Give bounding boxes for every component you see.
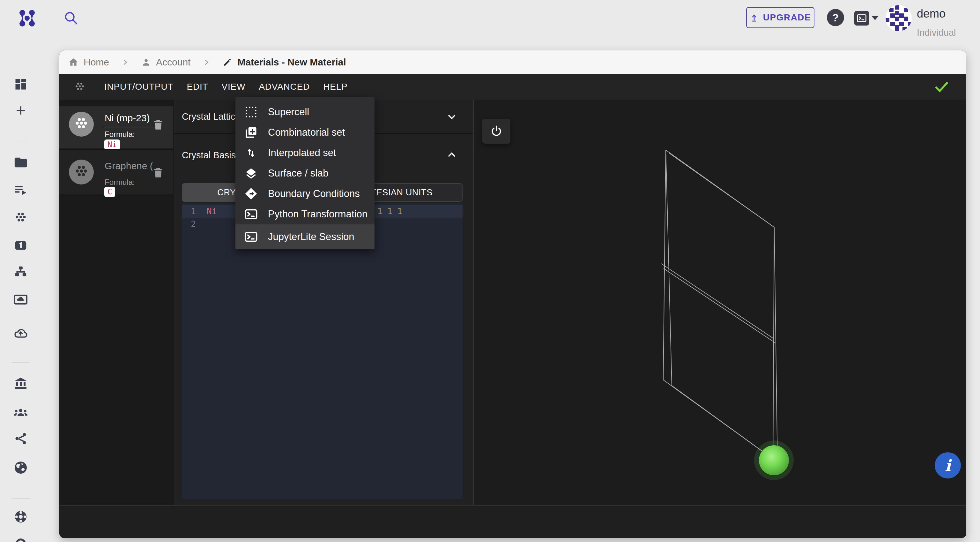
person-icon[interactable]: [141, 57, 151, 67]
workspace: Ni (mp-23) Formula: Ni Graphene (…: [59, 100, 966, 505]
upgrade-button[interactable]: UPGRADE: [746, 7, 815, 28]
library-add-icon: [244, 126, 258, 139]
menu-item-combinatorial-set[interactable]: Combinatorial set: [235, 122, 374, 143]
caret-down-icon[interactable]: [872, 16, 878, 20]
menubar: INPUT/OUTPUT EDIT VIEW ADVANCED HELP: [59, 74, 966, 100]
avatar[interactable]: [886, 5, 912, 31]
chevron-up-icon[interactable]: [445, 149, 458, 161]
formula-label: Formula:: [105, 178, 135, 187]
swap-vert-icon: [244, 147, 258, 159]
sidebar-divider: [11, 498, 30, 499]
card-footer: [59, 505, 966, 538]
viewer-3d[interactable]: i: [474, 100, 966, 505]
headset-icon[interactable]: [13, 537, 29, 542]
material-item-graphene[interactable]: Graphene (… Formula: C: [59, 149, 173, 194]
menu-item-supercell[interactable]: Supercell: [235, 102, 374, 122]
user-plan: Individual: [917, 27, 956, 38]
menu-view[interactable]: VIEW: [221, 82, 245, 92]
globe-icon[interactable]: [13, 460, 29, 475]
power-button[interactable]: [482, 119, 511, 143]
formula-chip: C: [104, 187, 115, 197]
dashboard-icon[interactable]: [13, 77, 29, 92]
folder-icon[interactable]: [13, 155, 29, 170]
upgrade-label: UPGRADE: [763, 13, 811, 23]
atoms-icon[interactable]: [13, 210, 29, 225]
workspace-card: Home Account Materials - New Material IN…: [59, 51, 966, 538]
chevron-down-icon[interactable]: [445, 110, 458, 123]
menu-input-output[interactable]: INPUT/OUTPUT: [104, 82, 173, 92]
directions-icon: [244, 187, 258, 201]
sitemap-icon[interactable]: [13, 264, 29, 279]
line-number: 2: [182, 219, 196, 229]
material-avatar: [69, 112, 94, 137]
menu-item-surface-slab[interactable]: Surface / slab: [235, 163, 374, 183]
screen-cloud-icon[interactable]: [13, 292, 29, 308]
menu-item-interpolated-set[interactable]: Interpolated set: [235, 143, 374, 163]
breadcrumb-home[interactable]: Home: [84, 57, 109, 68]
molecule-icon: [73, 80, 86, 93]
plus-icon[interactable]: [13, 103, 29, 118]
pencil-icon: [222, 57, 232, 67]
breadcrumb-current: Materials - New Material: [237, 57, 346, 68]
element-token: Ni: [207, 207, 216, 216]
terminal-icon: [856, 13, 867, 24]
info-button[interactable]: i: [935, 452, 961, 478]
power-icon: [490, 124, 503, 138]
material-item-ni[interactable]: Ni (mp-23) Formula: Ni: [59, 106, 173, 148]
constraint-token: 1 1 1: [377, 207, 402, 216]
menu-item-boundary-conditions[interactable]: Boundary Conditions: [235, 183, 374, 204]
wheel-icon[interactable]: [13, 509, 29, 524]
menu-edit[interactable]: EDIT: [187, 82, 208, 92]
save-check-icon[interactable]: [933, 78, 950, 95]
section-title: Crystal Basis: [182, 150, 236, 161]
crystal-wireframe: [474, 100, 966, 505]
user-name[interactable]: demo: [917, 7, 945, 21]
app: UPGRADE ? demo Individual: [0, 0, 980, 542]
terminal-icon: [244, 230, 258, 244]
sidebar: [0, 36, 41, 542]
playlist-play-icon[interactable]: [13, 182, 29, 197]
delete-icon[interactable]: [151, 165, 165, 180]
menu-item-python-transformation[interactable]: Python Transformation: [235, 204, 374, 225]
share-icon[interactable]: [13, 431, 29, 446]
sidebar-divider: [11, 142, 30, 142]
chevron-right-icon: [121, 59, 129, 66]
formula-label: Formula:: [105, 130, 135, 139]
section-title: Crystal Lattice: [182, 112, 240, 122]
bank-icon[interactable]: [13, 376, 29, 391]
console-menu-button[interactable]: [854, 11, 869, 26]
cloud-upload-icon[interactable]: [13, 325, 29, 341]
help-glyph: ?: [832, 11, 839, 24]
info-glyph: i: [945, 456, 951, 474]
advanced-dropdown-menu: Supercell Combinatorial set Interpolated…: [235, 97, 374, 249]
menu-item-jupyterlite-session[interactable]: JupyterLite Session: [235, 225, 374, 249]
delete-icon[interactable]: [151, 117, 165, 132]
breadcrumb: Home Account Materials - New Material: [59, 51, 966, 74]
material-name-input[interactable]: Ni (mp-23): [105, 113, 150, 124]
terminal-icon: [244, 207, 258, 221]
material-avatar: [69, 159, 94, 185]
grid-dots-icon: [244, 105, 258, 119]
formula-chip: Ni: [104, 139, 120, 150]
mat3ra-logo[interactable]: [17, 8, 38, 29]
breadcrumb-account[interactable]: Account: [156, 57, 191, 68]
ni-atom-sphere: [759, 445, 789, 475]
material-name[interactable]: Graphene (…: [105, 161, 153, 171]
menu-help[interactable]: HELP: [323, 82, 347, 92]
menu-advanced[interactable]: ADVANCED: [259, 82, 310, 92]
help-button[interactable]: ?: [827, 9, 844, 26]
sidebar-divider: [11, 362, 30, 363]
menubar-items: INPUT/OUTPUT EDIT VIEW ADVANCED HELP: [104, 82, 348, 92]
line-number: 1: [182, 207, 196, 216]
layers-icon: [244, 166, 258, 180]
upload-icon: [750, 13, 759, 22]
people-icon[interactable]: [13, 405, 29, 420]
chevron-right-icon: [203, 59, 210, 66]
one-box-icon[interactable]: [13, 238, 29, 253]
materials-panel: Ni (mp-23) Formula: Ni Graphene (…: [59, 100, 175, 505]
search-icon[interactable]: [62, 10, 79, 26]
home-icon[interactable]: [68, 57, 79, 68]
